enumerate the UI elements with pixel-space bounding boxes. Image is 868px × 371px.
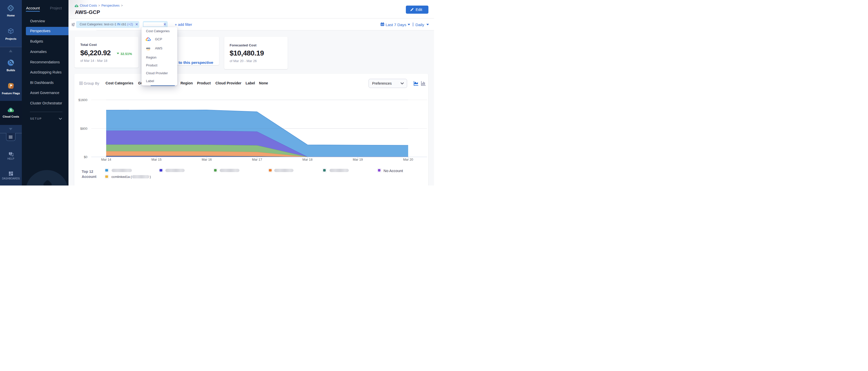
svg-text:Mar 15: Mar 15 — [151, 158, 162, 161]
svg-text:Mar 16: Mar 16 — [202, 158, 212, 161]
svg-text:$1600: $1600 — [79, 98, 88, 102]
svg-text:aws: aws — [146, 47, 150, 49]
svg-text:Mar 18: Mar 18 — [303, 158, 313, 161]
svg-text:$: $ — [10, 108, 12, 112]
svg-text:Mar 20: Mar 20 — [403, 158, 413, 161]
svg-text:Mar 17: Mar 17 — [252, 158, 262, 161]
svg-text:Mar 14: Mar 14 — [101, 158, 111, 161]
svg-text:$800: $800 — [81, 127, 88, 131]
svg-text:?: ? — [10, 152, 11, 155]
svg-text:Mar 19: Mar 19 — [353, 158, 363, 161]
svg-text:$0: $0 — [84, 155, 88, 159]
